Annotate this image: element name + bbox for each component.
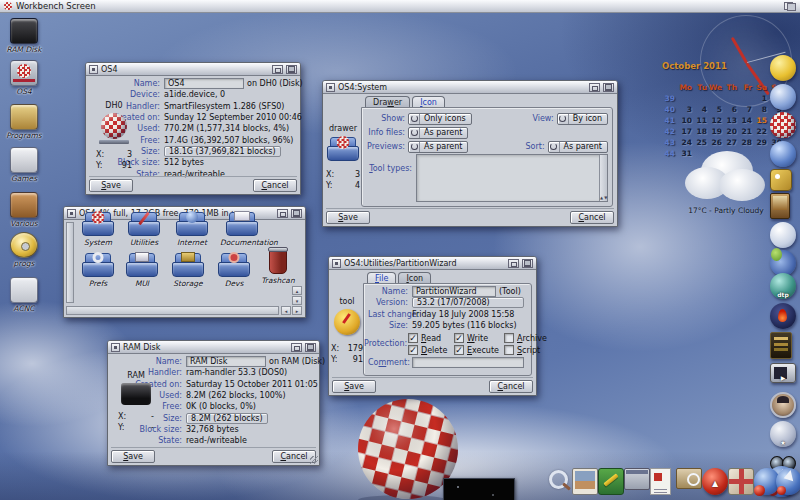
checkbox-archive[interactable]: Archive: [504, 333, 548, 343]
comment-input[interactable]: [412, 357, 524, 368]
wizard-titlebar[interactable]: OS4:Utilities/PartitionWizard: [329, 257, 536, 270]
cloud-sphere-icon[interactable]: [770, 222, 796, 248]
file-search-icon[interactable]: [676, 468, 702, 489]
desktop[interactable]: October 2011 MoTuWeThFrSaSu3912403456789…: [0, 13, 800, 500]
boing-drawer-icon[interactable]: [327, 136, 359, 161]
desktop-icon-progs[interactable]: progs: [3, 232, 45, 268]
zoom-gadget[interactable]: [508, 259, 519, 268]
close-gadget[interactable]: [326, 83, 335, 92]
close-gadget[interactable]: [332, 259, 341, 268]
depth-gadget[interactable]: [603, 83, 614, 92]
image-viewer-icon[interactable]: [572, 468, 598, 495]
cancel-button[interactable]: Cancel: [570, 211, 614, 224]
checkbox-write[interactable]: ✓Write: [454, 333, 504, 343]
cancel-button[interactable]: Cancel: [489, 380, 533, 393]
cycle-gadget-view[interactable]: By icon: [557, 113, 608, 125]
name-input[interactable]: [164, 78, 244, 89]
drawer-icon-devs[interactable]: Devs: [212, 252, 256, 288]
cancel-button[interactable]: Cancel: [253, 179, 297, 192]
movie-poster-icon[interactable]: [770, 193, 790, 219]
video-player-icon[interactable]: ▶: [770, 363, 796, 383]
vertical-scrollbar[interactable]: [66, 222, 74, 303]
shark-dock-icon[interactable]: [776, 468, 800, 495]
name-input[interactable]: [186, 356, 266, 367]
tooltypes-scrollbar[interactable]: [599, 155, 607, 201]
search-icon[interactable]: [546, 468, 572, 495]
checkbox-box[interactable]: ✓: [454, 333, 464, 343]
checkbox-box[interactable]: ✓: [408, 333, 418, 343]
drawer-icon-prefs[interactable]: Prefs: [76, 252, 120, 288]
dice-icon[interactable]: [770, 169, 792, 191]
drawer-icon-documentation[interactable]: Documentation: [220, 211, 264, 247]
tooltypes-box[interactable]: [416, 154, 608, 202]
ram-drawer-icon[interactable]: [121, 383, 151, 405]
name-input[interactable]: [412, 286, 496, 297]
drawer-icon-mui[interactable]: MUI: [120, 252, 164, 288]
globe-icon[interactable]: [770, 141, 796, 167]
boing-teapot-icon[interactable]: [770, 112, 796, 138]
boing-disk-icon[interactable]: [101, 113, 127, 139]
drawer-icon-internet[interactable]: Internet: [170, 211, 214, 247]
depth-gadget[interactable]: [305, 343, 316, 352]
desktop-icon-acnc[interactable]: ACNC: [3, 277, 45, 313]
package-icon[interactable]: [728, 468, 754, 495]
window-tool-icon[interactable]: [624, 468, 650, 490]
depth-gadget[interactable]: [286, 65, 297, 74]
cycle-gadget-show[interactable]: Only icons: [408, 113, 472, 125]
depth-gadget[interactable]: [522, 259, 533, 268]
scroll-right-arrow[interactable]: ▸: [292, 306, 302, 315]
scroll-up-arrow[interactable]: ▴: [292, 286, 302, 295]
pdf-viewer-icon[interactable]: [650, 468, 671, 495]
desktop-icon-various[interactable]: Various: [3, 192, 45, 228]
cycle-gadget-infofiles[interactable]: As parent: [408, 127, 468, 139]
save-button[interactable]: Save: [332, 380, 376, 393]
drawer-icon-trashcan[interactable]: Trashcan: [256, 249, 300, 285]
save-button[interactable]: Save: [111, 450, 155, 463]
system-titlebar[interactable]: OS4:System: [323, 81, 617, 94]
star-sphere-icon[interactable]: ★: [770, 421, 796, 447]
desktop-icon-programs[interactable]: Programs: [3, 104, 45, 140]
flame-ball-icon[interactable]: [770, 303, 796, 329]
checkbox-delete[interactable]: ✓Delete: [408, 345, 454, 355]
checkbox-read[interactable]: ✓Read: [408, 333, 454, 343]
cycle-gadget-previews[interactable]: As parent: [408, 141, 468, 153]
checkbox-box[interactable]: [504, 345, 514, 355]
desktop-icon-ram-disk[interactable]: RAM Disk: [3, 18, 45, 54]
zoom-gadget[interactable]: [272, 65, 283, 74]
notes-icon[interactable]: [598, 468, 624, 495]
os4-info-titlebar[interactable]: OS4: [86, 63, 300, 76]
save-button[interactable]: Save: [326, 211, 370, 224]
blue-sphere-icon[interactable]: [770, 84, 796, 110]
dtp-globe-icon[interactable]: dtp: [770, 273, 796, 299]
cycle-gadget-sort[interactable]: As parent: [548, 141, 608, 153]
menubar[interactable]: Workbench Screen: [0, 0, 800, 13]
ram-titlebar[interactable]: RAM Disk: [108, 341, 319, 354]
screen-depth-gadget[interactable]: [784, 2, 796, 11]
clock-tool-icon[interactable]: [334, 309, 360, 335]
scroll-down-arrow[interactable]: ▾: [292, 296, 302, 305]
zoom-gadget[interactable]: [589, 83, 600, 92]
depth-gadget[interactable]: [291, 209, 302, 218]
zoom-gadget[interactable]: [291, 343, 302, 352]
drawer-icon-system[interactable]: System: [76, 211, 120, 247]
desktop-icon-games[interactable]: Games: [3, 147, 45, 183]
close-gadget[interactable]: [111, 343, 120, 352]
desktop-icon-os4[interactable]: OS4: [3, 60, 45, 96]
checkbox-box[interactable]: [504, 333, 514, 343]
horizontal-scrollbar[interactable]: [66, 306, 279, 315]
scroll-left-arrow[interactable]: ◂: [281, 306, 291, 315]
resize-grip[interactable]: [310, 456, 318, 464]
checkbox-execute[interactable]: ✓Execute: [454, 345, 504, 355]
save-button[interactable]: Save: [89, 179, 133, 192]
checkbox-box[interactable]: ✓: [454, 345, 464, 355]
portrait-icon[interactable]: [770, 392, 796, 418]
red-sphere-icon[interactable]: ▲: [702, 468, 728, 495]
checkbox-box[interactable]: ✓: [408, 345, 418, 355]
coin-icon[interactable]: [770, 55, 796, 81]
drawer-icon-storage[interactable]: Storage: [166, 252, 210, 288]
screen-thumbnail[interactable]: [443, 478, 515, 500]
dvd-box-icon[interactable]: [770, 332, 792, 359]
checkbox-script[interactable]: Script: [504, 345, 548, 355]
close-gadget[interactable]: [89, 65, 98, 74]
drawer-icon-utilities[interactable]: Utilities: [122, 211, 166, 247]
